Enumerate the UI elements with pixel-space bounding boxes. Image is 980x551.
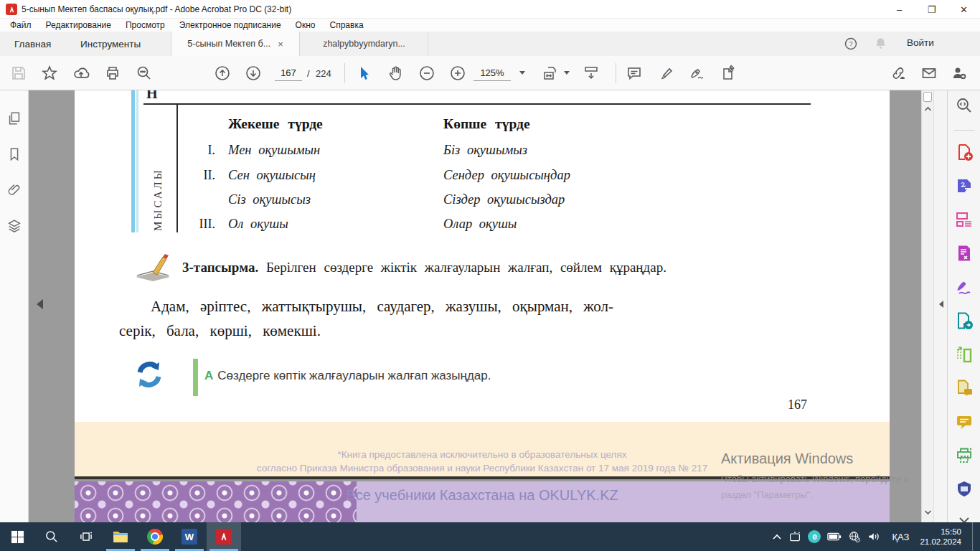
table-top-rule xyxy=(143,103,811,105)
next-page-icon[interactable] xyxy=(245,65,262,82)
zoom-level-input[interactable]: 125% xyxy=(473,65,511,81)
fit-width-icon[interactable] xyxy=(542,65,559,82)
compare-files-icon[interactable] xyxy=(955,379,974,400)
share-cloud-icon[interactable] xyxy=(72,65,90,82)
clock-date: 21.02.2024 xyxy=(920,537,961,547)
table-cell: Мен оқушымын xyxy=(228,143,320,158)
language-indicator[interactable]: ҚАЗ xyxy=(892,532,909,542)
vertical-scrollbar[interactable] xyxy=(921,90,933,522)
star-icon[interactable] xyxy=(41,65,58,82)
tray-device-icon[interactable] xyxy=(788,531,801,542)
send-link-icon[interactable] xyxy=(890,65,907,82)
hand-tool-icon[interactable] xyxy=(387,65,404,82)
taskbar-clock[interactable]: 15:50 21.02.2024 xyxy=(920,527,961,547)
show-desktop-button[interactable] xyxy=(972,522,976,551)
subtask-letter: A xyxy=(204,369,213,382)
crop-pages-icon[interactable] xyxy=(955,345,974,367)
scroll-down-icon[interactable] xyxy=(924,509,932,515)
panel-fill-sign-icon[interactable] xyxy=(955,278,974,299)
search-icon[interactable] xyxy=(136,65,153,82)
eset-antivirus-icon[interactable]: e xyxy=(808,530,821,543)
panel-search-icon[interactable] xyxy=(955,96,974,118)
menu-help[interactable]: Справка xyxy=(330,20,364,30)
collapse-panel-icon[interactable] xyxy=(938,300,944,309)
menu-esign[interactable]: Электронное подписание xyxy=(179,20,281,30)
tools-panel xyxy=(947,90,980,522)
word-icon[interactable]: W xyxy=(172,522,207,551)
menu-edit[interactable]: Редактирование xyxy=(46,20,111,30)
partial-top-text: Н xyxy=(146,90,158,102)
window-title: 5-сынып Мектеп баспасы оқулық.pdf - Adob… xyxy=(22,4,291,14)
create-pdf-icon[interactable] xyxy=(955,143,974,164)
tray-expand-icon[interactable] xyxy=(772,533,782,540)
acrobat-taskbar-icon[interactable] xyxy=(207,522,241,551)
recycle-task-icon xyxy=(132,357,166,395)
tab-tools[interactable]: Инструменты xyxy=(80,32,141,56)
zoom-dropdown-icon[interactable] xyxy=(519,71,525,75)
save-icon[interactable] xyxy=(10,65,27,82)
fit-dropdown-icon[interactable] xyxy=(564,71,570,75)
add-user-icon[interactable] xyxy=(951,65,968,82)
screen: 5-сынып Мектеп баспасы оқулық.pdf - Adob… xyxy=(0,0,980,551)
book-page-number: 167 xyxy=(788,397,807,413)
email-icon[interactable] xyxy=(920,65,938,82)
edit-pdf-icon[interactable] xyxy=(955,210,974,232)
task-view-icon[interactable] xyxy=(69,522,103,551)
tab-document-active[interactable]: 5-сынып Мектеп б... × xyxy=(171,32,300,56)
menu-file[interactable]: Файл xyxy=(10,20,32,30)
zoom-in-icon[interactable] xyxy=(449,65,466,82)
menu-view[interactable]: Просмотр xyxy=(126,20,165,30)
minimize-button[interactable]: – xyxy=(883,0,915,19)
scroll-up-icon[interactable] xyxy=(924,106,932,112)
protect-pdf-icon[interactable] xyxy=(955,480,974,501)
table-header-plural: Көпше түрде xyxy=(443,116,530,132)
tab-document-second[interactable]: zhalpybbyymdaryn... xyxy=(301,32,428,56)
start-button[interactable] xyxy=(0,522,34,551)
copyright-strip: *Книга предоставлена исключительно в обр… xyxy=(75,422,890,476)
zoom-out-icon[interactable] xyxy=(418,65,435,82)
copyright-note-line2: согласно Приказа Министра образования и … xyxy=(75,460,890,474)
previous-page-arrow[interactable] xyxy=(34,298,44,311)
taskbar-search-icon[interactable] xyxy=(34,522,69,551)
chrome-icon[interactable] xyxy=(138,522,172,551)
scan-ocr-icon[interactable] xyxy=(955,244,974,265)
panel-comment-icon[interactable] xyxy=(955,413,974,434)
print-icon[interactable] xyxy=(104,65,121,82)
copyright-note-line1: *Книга предоставлена исключительно в обр… xyxy=(75,422,890,460)
menu-window[interactable]: Окно xyxy=(296,20,316,30)
clock-time: 15:50 xyxy=(920,527,961,537)
comment-icon[interactable] xyxy=(626,65,643,82)
page-total: 224 xyxy=(316,68,331,79)
page-thumbnails-icon[interactable] xyxy=(6,110,22,129)
attachments-icon[interactable] xyxy=(6,182,22,201)
close-button[interactable]: ✕ xyxy=(948,0,980,19)
organize-pages-icon[interactable] xyxy=(955,311,974,333)
svg-text:?: ? xyxy=(849,40,852,47)
scrollbar-thumb[interactable] xyxy=(923,92,932,102)
signature-pen-icon[interactable] xyxy=(689,65,706,82)
tab-home[interactable]: Главная xyxy=(14,32,51,56)
sign-in-button[interactable]: Войти xyxy=(907,37,934,48)
select-tool-icon[interactable] xyxy=(355,65,372,82)
battery-icon[interactable] xyxy=(827,532,842,542)
network-globe-icon[interactable] xyxy=(848,530,861,543)
subtask-line: AСөздерге көптік жалғауларын жалғап жазы… xyxy=(204,369,491,383)
page-number-input[interactable]: 167 xyxy=(275,65,302,81)
help-icon[interactable]: ? xyxy=(844,37,858,54)
fill-sign-icon[interactable] xyxy=(720,65,738,82)
bell-icon[interactable] xyxy=(874,37,887,53)
panel-divider xyxy=(953,130,975,131)
scrolling-mode-icon[interactable] xyxy=(583,65,600,82)
file-explorer-icon[interactable] xyxy=(103,522,138,551)
tools-panel-collapse-strip[interactable] xyxy=(933,90,947,522)
layers-icon[interactable] xyxy=(6,218,22,237)
export-pdf-icon[interactable] xyxy=(955,176,974,198)
previous-page-icon[interactable] xyxy=(214,65,231,82)
highlighter-icon[interactable] xyxy=(657,65,674,82)
menu-bar: Файл Редактирование Просмотр Электронное… xyxy=(0,19,980,32)
tab-close-icon[interactable]: × xyxy=(278,39,283,50)
bookmarks-icon[interactable] xyxy=(6,146,22,165)
maximize-button[interactable]: ❐ xyxy=(915,0,948,19)
print-production-icon[interactable] xyxy=(955,446,974,468)
volume-icon[interactable] xyxy=(867,531,881,542)
